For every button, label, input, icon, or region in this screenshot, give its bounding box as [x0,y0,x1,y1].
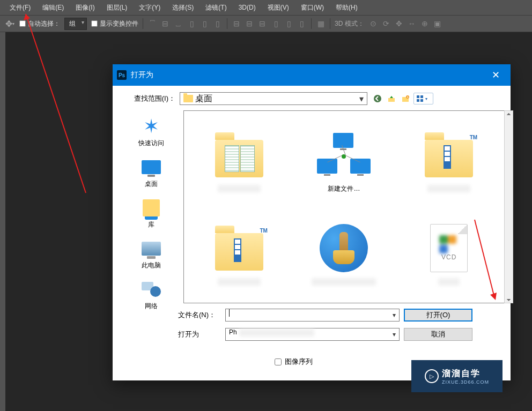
3d-slide-icon[interactable]: ↔ [407,19,417,28]
image-sequence-checkbox[interactable] [275,358,282,365]
svg-text:✦: ✦ [407,95,409,99]
menu-edit[interactable]: 编辑(E) [37,1,69,14]
cancel-button[interactable]: 取消 [404,328,472,341]
file-browser-grid[interactable]: ⏶⏷ 新建文件… [183,110,504,303]
close-button[interactable]: ✕ [485,64,506,86]
3d-roll-icon[interactable]: ⟳ [381,19,391,28]
image-sequence-label: 图像序列 [285,357,313,367]
open-as-dropdown[interactable]: Ph [225,328,400,341]
auto-select-dropdown[interactable]: 组 [64,18,87,30]
places-sidebar: ✶ 快速访问 桌面 库 此电脑 网络 [119,110,183,303]
align-hcenter-icon[interactable]: ▯ [200,19,210,28]
menu-layer[interactable]: 图层(L) [101,1,133,14]
menu-filter[interactable]: 滤镜(T) [200,1,232,14]
left-toolbar [0,32,5,407]
svg-rect-6 [420,95,423,98]
sidebar-item-network[interactable]: 网络 [141,279,162,311]
align-top-icon[interactable]: ⎴ [147,19,157,28]
file-item-cleaner[interactable] [294,210,394,297]
folder-icon [183,95,193,102]
file-item-network-folder[interactable]: 新建文件… [294,116,394,204]
file-item-folder-1[interactable] [189,116,289,204]
sidebar-item-quick-access[interactable]: ✶ 快速访问 [138,116,164,148]
view-menu-button[interactable] [413,93,433,104]
menu-3d[interactable]: 3D(D) [233,2,261,13]
file-item-vcd[interactable]: VCD [399,210,499,297]
menu-file[interactable]: 文件(F) [4,1,36,14]
svg-rect-14 [235,240,240,244]
menu-select[interactable]: 选择(S) [167,1,199,14]
show-transform-checkbox[interactable] [91,20,98,27]
sidebar-item-library[interactable]: 库 [141,197,162,229]
3d-camera-icon[interactable]: ▣ [433,19,442,28]
open-button[interactable]: 打开(O) [404,309,472,322]
svg-rect-10 [445,146,450,151]
desktop-icon [142,160,161,174]
svg-rect-7 [417,99,419,102]
align-bottom-icon[interactable]: ⎵ [173,19,183,28]
lookup-value: 桌面 [195,93,212,104]
network-folder-icon [317,133,371,176]
watermark-brand: 溜溜自学 [442,368,489,379]
sidebar-item-desktop[interactable]: 桌面 [141,156,162,189]
align-vcenter-icon[interactable]: ⊟ [160,19,170,28]
menu-view[interactable]: 视图(V) [262,1,294,14]
3d-mode-label: 3D 模式： [335,19,364,28]
menu-help[interactable]: 帮助(H) [330,1,363,14]
3d-zoom-icon[interactable]: ⊕ [420,19,430,28]
divider [227,18,227,29]
menu-window[interactable]: 窗口(W) [295,1,329,14]
dist-1-icon[interactable]: ⊟ [232,19,241,28]
svg-rect-16 [235,250,240,255]
back-button[interactable] [372,93,383,104]
dist-5-icon[interactable]: ▯ [284,19,294,28]
file-label [427,185,470,192]
divider [311,18,312,29]
menu-type[interactable]: 文字(Y) [134,1,166,14]
3d-pan-icon[interactable]: ✥ [394,19,404,28]
folder-icon [425,140,473,177]
open-as-dialog: Ps 打开为 ✕ 查找范围(I)： 桌面 ✦ [113,64,511,380]
up-button[interactable] [386,93,397,104]
divider [330,18,330,29]
photoshop-icon: Ps [117,70,127,80]
scrollbar[interactable]: ⏶⏷ [504,110,513,303]
network-icon [142,282,161,297]
this-pc-icon [142,242,161,256]
filename-input[interactable] [225,309,400,322]
svg-point-0 [374,95,381,102]
lookup-dropdown[interactable]: 桌面 [180,92,367,105]
show-transform-label: 显示变换控件 [100,19,138,28]
new-folder-button[interactable]: ✦ [400,93,411,104]
file-item-folder-tm-2[interactable] [189,210,289,297]
svg-rect-1 [388,98,395,102]
filename-label: 文件名(N)： [178,310,221,320]
align-group-1: ⎴ ⊟ ⎵ [147,19,183,28]
dist-2-icon[interactable]: ⊟ [245,19,254,28]
svg-rect-5 [417,95,419,98]
move-tool-icon[interactable]: ✥▾ [4,18,15,29]
open-as-label: 打开为 [178,330,221,339]
file-label: 新建文件… [328,184,360,193]
sidebar-item-this-pc[interactable]: 此电脑 [141,238,162,270]
menu-image[interactable]: 图像(I) [70,1,100,14]
app-menu-bar: 文件(F) 编辑(E) 图像(I) 图层(L) 文字(Y) 选择(S) 滤镜(T… [0,0,532,15]
distribute-group-1: ⊟ ⊟ ⊟ [232,19,267,28]
vcd-file-icon: VCD [430,224,468,272]
divider [143,18,143,29]
align-left-icon[interactable]: ▯ [187,19,197,28]
quick-access-icon: ✶ [143,115,159,138]
library-icon [143,199,160,216]
dist-6-icon[interactable]: ▯ [297,19,307,28]
dist-3-icon[interactable]: ⊟ [257,19,267,28]
3d-orbit-icon[interactable]: ⊙ [368,19,378,28]
dist-4-icon[interactable]: ▯ [271,19,281,28]
play-icon: ▷ [425,369,439,383]
svg-rect-11 [445,152,450,156]
watermark-url: ZIXUE.3D66.COM [442,379,489,385]
auto-select-checkbox[interactable] [19,20,26,27]
file-item-folder-tm[interactable] [399,116,499,204]
align-right-icon[interactable]: ▯ [213,19,223,28]
auto-select-label: 自动选择： [28,19,60,28]
auto-align-icon[interactable]: ▦ [316,19,326,28]
